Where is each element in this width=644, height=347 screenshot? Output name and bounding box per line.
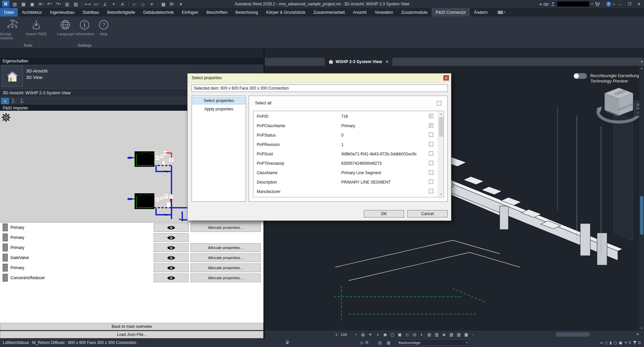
minimize-button[interactable]: – (616, 1, 624, 7)
property-checkbox[interactable] (429, 170, 433, 175)
print-icon[interactable]: ▥ (63, 1, 71, 7)
account-caret-icon[interactable]: ▾ (591, 3, 593, 6)
restore-button[interactable]: ❐ (626, 1, 633, 7)
scroll-up-icon[interactable]: ▲ (639, 66, 644, 70)
language-button[interactable]: Language (56, 18, 75, 36)
sort-descending-icon[interactable]: ZA↓ (19, 98, 26, 104)
user-icon[interactable] (551, 2, 555, 6)
ribbon-tab-zusammenarbeit[interactable]: Zusammenarbeit (309, 8, 349, 16)
scroll-down-icon[interactable]: ▼ (639, 326, 644, 331)
dialog-nav-select-properties[interactable]: Select properties (193, 97, 245, 104)
help-button[interactable]: ?Help (94, 18, 113, 36)
filter-indicator[interactable]: :0 (633, 341, 641, 345)
select-all-checkbox[interactable] (437, 101, 441, 105)
visibility-eye-button[interactable] (154, 233, 189, 242)
allocate-properties-button[interactable]: Allocate properties... (191, 253, 261, 262)
list-scroll-down-icon[interactable]: ▼ (438, 192, 444, 197)
help-caret-icon[interactable]: ▾ (613, 3, 614, 6)
assign-classes-button[interactable]: Assign classes (0, 18, 24, 40)
ribbon-tab-p-id-connector[interactable]: P&ID Connector (432, 8, 470, 16)
visual-style-icon[interactable]: ◍ (360, 332, 366, 338)
ribbon-tab-berechnung[interactable]: Berechnung (232, 8, 262, 16)
displaced-elements-icon[interactable]: ◈ (441, 332, 447, 338)
property-checkbox[interactable] (429, 151, 433, 156)
back-arrow-icon[interactable]: ◂ (539, 2, 541, 6)
view-tab-close-icon[interactable]: ✕ (386, 59, 389, 64)
ribbon-tab-betonfertigteile[interactable]: Betonfertigteile (103, 8, 139, 16)
switch-windows-icon[interactable]: ⧉▾ (168, 1, 176, 7)
thin-lines-icon[interactable]: ≡ (148, 1, 156, 7)
angle-icon[interactable]: ∠ (101, 1, 109, 7)
load-json-file-button[interactable]: Load Json-File... (0, 331, 263, 338)
modify-panel-dropdown[interactable]: ▾ (495, 8, 508, 16)
crop-view-icon[interactable]: ▢ (389, 332, 395, 338)
view-tab-wshp[interactable]: WSHP 2-3 System View ✕ (325, 58, 392, 66)
tab-list-caret-icon[interactable]: ▼ (639, 58, 644, 66)
aligned-dimension-icon[interactable]: ⟷ (84, 1, 92, 7)
analytical-model-icon[interactable]: ▧ (456, 332, 462, 338)
view-scale-button[interactable]: 1 : 100 (335, 333, 347, 337)
section-icon[interactable]: ◇ (139, 1, 147, 7)
ok-button[interactable]: OK (364, 210, 404, 217)
ribbon-tab-k-rper-grundst-ck[interactable]: Körper & Grundstück (262, 8, 309, 16)
allocate-properties-button[interactable]: Allocate properties... (191, 223, 261, 232)
crop-region-icon[interactable]: ▣ (397, 332, 403, 338)
allocate-properties-button[interactable]: Allocate properties... (191, 243, 261, 252)
dialog-title-bar[interactable]: Select properties (188, 73, 451, 82)
open-icon[interactable]: ▦ (19, 1, 28, 7)
visibility-eye-button[interactable] (154, 223, 189, 232)
design-options-icon[interactable]: ▦ (385, 340, 392, 345)
ribbon-tab-geb-udetechnik[interactable]: Gebäudetechnik (139, 8, 178, 16)
close-inactive-views-icon[interactable]: ▩ (159, 1, 167, 7)
select-pinned-icon[interactable]: ▮ (609, 340, 611, 345)
import-pid-button[interactable]: Import P&ID (24, 18, 48, 36)
save-icon[interactable]: ▣ (28, 1, 36, 7)
property-checkbox[interactable]: ✓ (429, 114, 433, 118)
visibility-eye-button[interactable] (154, 274, 189, 282)
sort-default-icon[interactable]: ≣ (1, 98, 9, 104)
shadows-icon[interactable]: ◑ (375, 332, 381, 338)
temporary-view-properties-icon[interactable]: ▥ (434, 332, 440, 338)
property-checkbox[interactable]: ✓ (429, 123, 433, 128)
list-scroll-thumb[interactable] (439, 117, 443, 137)
select-by-face-icon[interactable]: ◻ (614, 340, 617, 345)
worksets-icon[interactable]: ▤ (377, 340, 383, 345)
detail-level-icon[interactable]: ◔ (352, 332, 358, 338)
ribbon-tab-verwalten[interactable]: Verwalten (371, 8, 397, 16)
property-checkbox[interactable] (429, 133, 433, 137)
property-checkbox[interactable] (429, 189, 433, 193)
sort-ascending-icon[interactable]: AZ↓ (10, 98, 17, 104)
ribbon-tab-ingenieurbau[interactable]: Ingenieurbau (46, 8, 79, 16)
visibility-eye-button[interactable] (154, 263, 189, 272)
ribbon-tab-ansicht[interactable]: Ansicht (349, 8, 371, 16)
lock-3d-view-icon[interactable]: ◇ (404, 332, 410, 338)
ribbon-tab-datei[interactable]: Datei (0, 8, 18, 16)
worksharing-display-icon[interactable]: ▤ (426, 332, 432, 338)
undo-icon[interactable]: ↶▾ (46, 1, 54, 7)
visibility-eye-button[interactable] (154, 253, 189, 262)
customize-qat-icon[interactable]: ▾ (177, 1, 185, 7)
type-selector-thumbnail[interactable] (2, 66, 23, 87)
horizontal-scroll-thumb[interactable] (556, 332, 590, 337)
project-icon[interactable]: ▤ (11, 1, 19, 7)
collapse-bar-icon[interactable]: ‹ (473, 333, 474, 337)
app-store-cart-icon[interactable] (595, 2, 600, 6)
temporary-hide-isolate-icon[interactable]: ◎ (411, 332, 417, 338)
view-vertical-scrollbar[interactable]: ▲ ▼ (639, 66, 644, 331)
dialog-close-button[interactable]: x (443, 75, 449, 81)
information-button[interactable]: Information (75, 18, 94, 36)
settings-gear-icon[interactable] (1, 113, 11, 122)
ribbon-tab--ndern[interactable]: Ändern (470, 8, 491, 16)
close-button[interactable]: ✕ (635, 1, 643, 7)
selection-toggle-indicator[interactable]: ▼ :0 (624, 341, 631, 345)
property-checkbox[interactable] (429, 180, 433, 184)
default-3d-view-icon[interactable]: ⌂▾ (130, 1, 138, 7)
list-scroll-up-icon[interactable]: ▲ (438, 111, 444, 116)
cancel-button[interactable]: Cancel (407, 210, 448, 217)
properties-palette-header[interactable]: Eigenschaften (0, 58, 263, 64)
account-name-box[interactable] (557, 1, 589, 7)
editing-requests-indicator[interactable]: ▷ :0 (361, 340, 368, 345)
visibility-eye-button[interactable] (154, 243, 189, 252)
design-option-dropdown[interactable]: Basisvorlage ▾ (396, 339, 470, 346)
dialog-nav-apply-properties[interactable]: Apply properties (193, 105, 245, 113)
